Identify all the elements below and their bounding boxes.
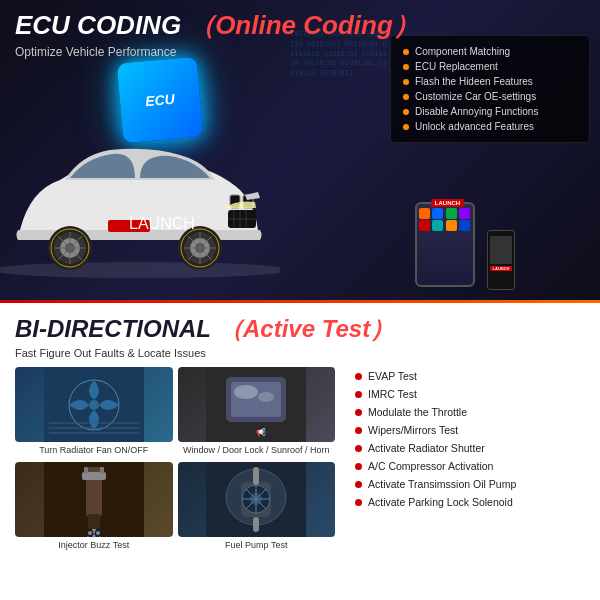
injector-image [15,462,173,537]
svg-rect-31 [49,422,139,424]
svg-point-30 [89,400,99,410]
bi-feature-text-6: A/C Compressor Activation [368,460,493,472]
svg-point-38 [258,392,274,402]
svg-rect-50 [84,467,88,473]
radiator-fan-caption: Turn Radiator Fan ON/OFF [15,445,173,457]
radiator-fan-image [15,367,173,442]
bi-feature-item-5: Activate Radiator Shutter [355,439,585,457]
feature-item-5: Disable Annoying Functions [403,104,577,119]
svg-text:LAUNCH: LAUNCH [129,215,195,232]
bi-feature-item-6: A/C Compressor Activation [355,457,585,475]
bi-bullet-7 [355,481,362,488]
radiator-fan-cell: Turn Radiator Fan ON/OFF [15,367,173,457]
bullet-4 [403,94,409,100]
injector-caption: Injector Buzz Test [15,540,173,552]
svg-rect-62 [253,517,259,532]
bi-section: BI-DIRECTIONAL （Active Test） Fast Figure… [0,303,600,600]
window-image: 📢 [178,367,336,442]
bi-bullet-8 [355,499,362,506]
bi-active-text: （Active Test） [219,313,394,345]
bi-features-list: EVAP Test IMRC Test Modulate the Throttl… [355,367,585,511]
ecu-title-text: ECU CODING [15,10,181,41]
bi-feature-text-8: Activate Parking Lock Solenoid [368,496,513,508]
radiator-fan-placeholder [15,367,173,442]
svg-text:📢: 📢 [256,427,266,437]
bullet-6 [403,124,409,130]
bi-feature-item-2: IMRC Test [355,385,585,403]
injector-cell: Injector Buzz Test [15,462,173,552]
feature-text-4: Customize Car OE-settings [415,91,536,102]
bi-feature-item-4: Wipers/Mirrors Test [355,421,585,439]
bullet-3 [403,79,409,85]
ecu-online-text: （Online Coding） [189,8,419,43]
bi-bullet-2 [355,391,362,398]
bi-bullet-5 [355,445,362,452]
feature-text-6: Unlock advanced Features [415,121,534,132]
svg-rect-49 [82,472,106,480]
bullet-5 [403,109,409,115]
bi-feature-text-1: EVAP Test [368,370,417,382]
fuel-pump-placeholder [178,462,336,537]
svg-point-37 [234,385,258,399]
diagnostic-device: LAUNCH [415,202,480,292]
svg-rect-51 [100,467,104,473]
window-cell: 📢 Window / Door Lock / Sunroof / Horn [178,367,336,457]
window-caption: Window / Door Lock / Sunroof / Horn [178,445,336,457]
bi-feature-text-3: Modulate the Throttle [368,406,467,418]
feature-item-4: Customize Car OE-settings [403,89,577,104]
bi-bullet-6 [355,463,362,470]
bi-title-row: BI-DIRECTIONAL （Active Test） [15,313,585,345]
bi-feature-text-7: Activate Transimssion Oil Pump [368,478,516,490]
svg-point-44 [88,531,92,535]
handheld-device: LAUNCH [487,230,515,295]
window-placeholder: 📢 [178,367,336,442]
bi-feature-item-7: Activate Transimssion Oil Pump [355,475,585,493]
ecu-subtitle: Optimize Vehicle Performance [15,45,585,59]
bi-feature-item-8: Activate Parking Lock Solenoid [355,493,585,511]
ecu-header: ECU CODING （Online Coding） Optimize Vehi… [0,0,600,67]
image-grid: Turn Radiator Fan ON/OFF [15,367,335,551]
bi-title-text: BI-DIRECTIONAL [15,315,211,343]
fuel-pump-image [178,462,336,537]
feature-item-6: Unlock advanced Features [403,119,577,134]
bi-feature-item-3: Modulate the Throttle [355,403,585,421]
bi-bullet-3 [355,409,362,416]
svg-rect-33 [49,432,139,434]
injector-placeholder [15,462,173,537]
bi-subtitle: Fast Figure Out Faults & Locate Issues [15,347,585,359]
bi-feature-text-5: Activate Radiator Shutter [368,442,485,454]
feature-item-3: Flash the Hideen Features [403,74,577,89]
fuel-pump-caption: Fuel Pump Test [178,540,336,552]
main-title-row: ECU CODING （Online Coding） [15,8,585,43]
fuel-pump-cell: Fuel Pump Test [178,462,336,552]
bi-bullet-1 [355,373,362,380]
bi-feature-text-2: IMRC Test [368,388,417,400]
bi-feature-item-1: EVAP Test [355,367,585,385]
svg-rect-61 [253,467,259,485]
svg-point-46 [96,531,100,535]
svg-point-0 [0,262,280,278]
ecu-section: 10110101 01001101 11010110 10101011 0011… [0,0,600,300]
bi-bullet-4 [355,427,362,434]
bi-feature-text-4: Wipers/Mirrors Test [368,424,458,436]
feature-text-3: Flash the Hideen Features [415,76,533,87]
car-image: LAUNCH [0,100,280,300]
feature-text-5: Disable Annoying Functions [415,106,538,117]
svg-rect-32 [49,427,139,429]
svg-rect-42 [88,514,100,529]
